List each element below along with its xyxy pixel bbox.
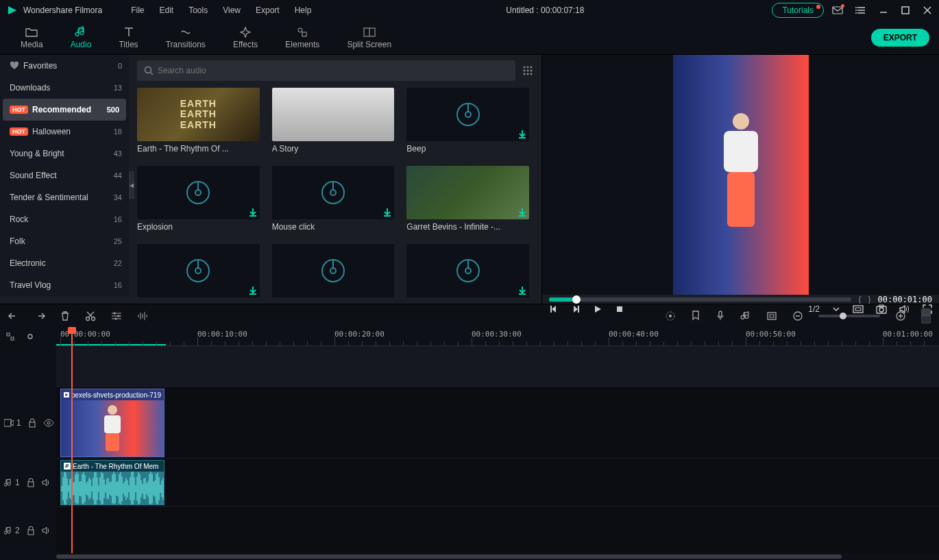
timeline-scrollbar[interactable]: [0, 553, 939, 560]
audio-item[interactable]: [137, 244, 260, 297]
menu-edit[interactable]: Edit: [153, 3, 181, 18]
export-button[interactable]: EXPORT: [871, 29, 929, 47]
video-track-icon[interactable]: [4, 419, 14, 427]
hot-badge: HOT: [10, 106, 28, 114]
maximize-icon[interactable]: [901, 5, 910, 15]
scrollbar-thumb[interactable]: [56, 555, 842, 559]
tracks-area[interactable]: 00:00:00:00 00:00:10:00 00:00:20:00 00:0…: [56, 327, 939, 553]
lock-icon[interactable]: [28, 418, 36, 428]
scrub-track[interactable]: [549, 297, 851, 302]
mute-icon[interactable]: [42, 526, 51, 535]
sidebar-item-young-bright[interactable]: Young & Bright 43: [0, 143, 129, 165]
audio-track-icon[interactable]: [4, 478, 12, 487]
audio-item-earth[interactable]: EARTH EARTH EARTH Earth - The Rhythm Of …: [137, 88, 260, 154]
audio-mixing-icon[interactable]: [740, 311, 751, 321]
sidebar-item-folk[interactable]: Folk 25: [0, 230, 129, 252]
download-icon[interactable]: [517, 130, 527, 139]
download-icon[interactable]: [248, 286, 258, 295]
preview-scrub-bar: { } 00:00:01:00: [542, 295, 939, 304]
empty-track-area[interactable]: [56, 346, 939, 387]
mail-icon[interactable]: [832, 5, 843, 15]
svg-point-37: [195, 268, 201, 273]
audio-item[interactable]: [406, 244, 529, 297]
menu-tools[interactable]: Tools: [182, 3, 215, 18]
close-icon[interactable]: [923, 5, 932, 15]
link-icon[interactable]: [25, 332, 36, 341]
tutorials-button[interactable]: Tutorials: [772, 3, 824, 18]
undo-icon[interactable]: [8, 311, 19, 321]
lock-icon[interactable]: [27, 478, 35, 487]
audio-item-explosion[interactable]: Explosion: [137, 166, 260, 232]
mute-icon[interactable]: [42, 478, 51, 487]
lock-icon[interactable]: [27, 526, 35, 535]
search-box[interactable]: [137, 60, 515, 81]
crop-icon[interactable]: [766, 311, 777, 321]
grid-view-icon[interactable]: [522, 65, 533, 76]
tab-audio[interactable]: Audio: [57, 23, 106, 52]
audio-track-1[interactable]: Earth - The Rhythm Of Mem: [56, 459, 939, 507]
menu-help[interactable]: Help: [288, 3, 319, 18]
minimize-icon[interactable]: [879, 5, 888, 15]
sidebar-item-downloads[interactable]: Downloads 13: [0, 77, 129, 99]
video-clip[interactable]: pexels-shvets-production-719: [60, 389, 164, 457]
sidebar-item-rock[interactable]: Rock 16: [0, 208, 129, 230]
sidebar-item-favorites[interactable]: Favorites 0: [0, 55, 129, 77]
audio-grid[interactable]: EARTH EARTH EARTH Earth - The Rhythm Of …: [137, 88, 533, 297]
list-icon[interactable]: [855, 5, 866, 15]
scrub-knob[interactable]: [572, 295, 581, 304]
audio-track-2[interactable]: [56, 507, 939, 553]
sidebar-item-halloween[interactable]: HOT Halloween 18: [0, 121, 129, 143]
split-clip-icon[interactable]: [85, 311, 96, 321]
zoom-slider[interactable]: [818, 315, 880, 317]
adjust-icon[interactable]: [111, 311, 122, 321]
menu-view[interactable]: View: [216, 3, 247, 18]
sidebar-item-electronic[interactable]: Electronic 22: [0, 252, 129, 274]
category-sidebar[interactable]: Favorites 0 Downloads 13 HOT Recommended…: [0, 55, 129, 296]
redo-icon[interactable]: [34, 311, 45, 321]
sidebar-item-sound-effect[interactable]: Sound Effect 44: [0, 165, 129, 186]
audio-item[interactable]: [272, 244, 395, 297]
search-input[interactable]: [158, 66, 509, 75]
audio-track-icon[interactable]: [4, 526, 12, 535]
audio-item-garret[interactable]: Garret Bevins - Infinite -...: [406, 166, 529, 232]
timeline-mode-button[interactable]: [921, 308, 931, 324]
download-icon[interactable]: [517, 208, 527, 217]
align-icon[interactable]: [5, 332, 15, 341]
audio-item-story[interactable]: A Story: [272, 88, 395, 154]
sidebar-item-tender[interactable]: Tender & Sentimental 34: [0, 186, 129, 208]
mark-in-icon[interactable]: {: [858, 295, 861, 304]
menu-export[interactable]: Export: [249, 3, 286, 18]
marker-icon[interactable]: [691, 311, 700, 321]
voiceover-icon[interactable]: [716, 311, 725, 321]
sidebar-item-recommended[interactable]: HOT Recommended 500: [3, 99, 126, 121]
download-icon[interactable]: [517, 286, 527, 295]
tab-media[interactable]: Media: [7, 23, 57, 52]
tab-split-screen[interactable]: Split Screen: [333, 23, 405, 52]
delete-icon[interactable]: [60, 311, 70, 321]
mark-out-icon[interactable]: }: [868, 295, 871, 304]
preview-viewport[interactable]: [542, 55, 939, 295]
audio-waveform-icon[interactable]: [137, 311, 149, 321]
playhead[interactable]: [71, 327, 73, 553]
time-ruler[interactable]: 00:00:00:00 00:00:10:00 00:00:20:00 00:0…: [56, 327, 939, 346]
sidebar-collapse-icon[interactable]: ◀: [129, 171, 134, 199]
zoom-in-icon[interactable]: [895, 311, 906, 321]
download-icon[interactable]: [382, 208, 392, 217]
audio-item-beep[interactable]: Beep: [406, 88, 529, 154]
zoom-knob[interactable]: [840, 313, 846, 319]
download-icon[interactable]: [248, 208, 258, 217]
tab-elements[interactable]: Elements: [271, 23, 333, 52]
menu-file[interactable]: File: [124, 3, 151, 18]
tab-effects[interactable]: Effects: [219, 23, 271, 52]
audio-clip[interactable]: Earth - The Rhythm Of Mem: [60, 460, 164, 505]
audio-item-mouse-click[interactable]: Mouse click: [272, 166, 395, 232]
video-track-1[interactable]: pexels-shvets-production-719: [56, 387, 939, 459]
svg-point-80: [47, 422, 50, 424]
eye-icon[interactable]: [43, 419, 54, 427]
sidebar-item-travel-vlog[interactable]: Travel Vlog 16: [0, 274, 129, 296]
tab-transitions[interactable]: Transitions: [152, 23, 219, 52]
render-icon[interactable]: [665, 311, 676, 321]
tab-titles[interactable]: Titles: [105, 23, 151, 52]
zoom-out-icon[interactable]: [792, 311, 803, 321]
svg-point-58: [114, 312, 116, 314]
